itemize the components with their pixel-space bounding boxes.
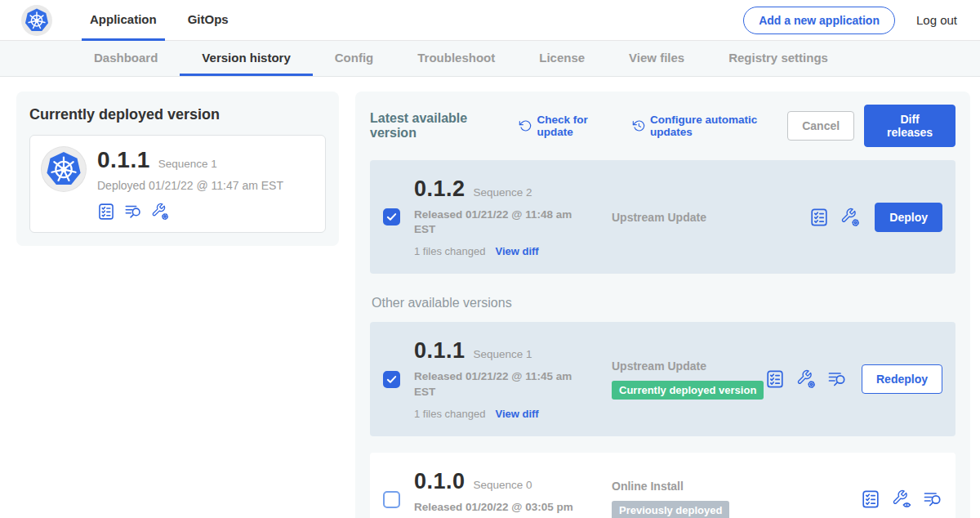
wrench-gear-icon[interactable]	[840, 208, 860, 227]
check-for-update-link[interactable]: Check for update	[519, 114, 617, 138]
released-timestamp: Released 01/21/22 @ 11:45 am EST	[414, 369, 577, 399]
top-nav: ApplicationGitOps Add a new application …	[0, 0, 980, 41]
source-label: Upstream Update	[612, 359, 765, 373]
wrench-gear-icon[interactable]	[151, 203, 169, 221]
sub-nav-tab-troubleshoot[interactable]: Troubleshoot	[395, 41, 517, 76]
sub-nav-tab-config[interactable]: Config	[313, 41, 395, 76]
logs-magnifier-icon[interactable]	[923, 489, 942, 509]
checklist-icon[interactable]	[97, 203, 115, 221]
sub-nav-tab-registry-settings[interactable]: Registry settings	[706, 41, 850, 76]
files-changed-line: 1 files changed View diff	[414, 245, 577, 257]
panel-header: Latest available version Check for updat…	[370, 105, 956, 147]
top-nav-tab-application[interactable]: Application	[82, 0, 165, 41]
kubernetes-logo	[46, 151, 82, 187]
deployed-action-icons	[97, 203, 283, 221]
currently-deployed-card: Currently deployed version 0.1.1 Sequenc…	[16, 92, 339, 246]
checklist-icon[interactable]	[861, 489, 880, 509]
latest-version-section: 0.1.2 Sequence 2 Released 01/21/22 @ 11:…	[370, 160, 956, 274]
deployed-card-title: Currently deployed version	[29, 106, 326, 123]
deployed-version-card: 0.1.1 Sequence 1 Deployed 01/21/22 @ 11:…	[29, 135, 326, 233]
version-actions: Redeploy	[765, 364, 942, 394]
check-for-update-label: Check for update	[537, 114, 617, 138]
cancel-button[interactable]: Cancel	[787, 111, 854, 141]
version-label: 0.1.1	[414, 338, 466, 364]
version-label: 0.1.0	[414, 469, 466, 494]
deployed-version-label: 0.1.1	[97, 147, 150, 173]
version-row: 0.1.0 Sequence 0 Released 01/20/22 @ 03:…	[370, 453, 956, 518]
version-checkbox[interactable]	[383, 371, 400, 388]
status-badge: Previously deployed	[612, 501, 729, 518]
version-info: 0.1.0 Sequence 0 Released 01/20/22 @ 03:…	[414, 469, 577, 518]
sequence-label: Sequence 1	[474, 348, 532, 360]
view-diff-link[interactable]: View diff	[495, 245, 538, 257]
version-source: Upstream Update Currently deployed versi…	[577, 359, 765, 400]
app-sub-nav: DashboardVersion historyConfigTroublesho…	[0, 41, 980, 77]
other-versions-title: Other available versions	[372, 296, 956, 310]
latest-available-title: Latest available version	[370, 111, 504, 141]
version-info: 0.1.2 Sequence 2 Released 01/21/22 @ 11:…	[414, 176, 577, 257]
version-row: 0.1.1 Sequence 1 Released 01/21/22 @ 11:…	[370, 322, 956, 435]
logs-magnifier-icon[interactable]	[827, 369, 847, 389]
sub-nav-tab-dashboard[interactable]: Dashboard	[72, 41, 180, 76]
configure-auto-updates-label: Configure automatic updates	[650, 114, 787, 138]
wrench-gear-icon[interactable]	[796, 369, 816, 389]
version-row: 0.1.2 Sequence 2 Released 01/21/22 @ 11:…	[370, 160, 956, 274]
kubernetes-logo	[24, 8, 49, 33]
sequence-label: Sequence 0	[474, 479, 532, 491]
version-label: 0.1.2	[414, 176, 466, 202]
diff-releases-button[interactable]: Diff releases	[864, 105, 956, 147]
version-checkbox[interactable]	[383, 491, 400, 508]
sub-nav-tab-view-files[interactable]: View files	[607, 41, 706, 76]
app-icon	[42, 147, 86, 191]
sub-nav-tab-version-history[interactable]: Version history	[180, 41, 312, 76]
version-checkbox[interactable]	[383, 208, 400, 226]
logout-link[interactable]: Log out	[916, 13, 957, 27]
source-label: Upstream Update	[612, 211, 809, 224]
deployed-timestamp: Deployed 01/21/22 @ 11:47 am EST	[97, 179, 283, 192]
wrench-eye-icon[interactable]	[892, 489, 911, 509]
add-application-button[interactable]: Add a new application	[743, 7, 895, 34]
refresh-icon	[519, 119, 532, 132]
files-changed-line: 1 files changed View diff	[414, 408, 577, 420]
released-timestamp: Released 01/21/22 @ 11:48 am EST	[414, 208, 577, 237]
other-versions-section: 0.1.1 Sequence 1 Released 01/21/22 @ 11:…	[370, 322, 956, 518]
version-source: Online Install Previously deployed	[577, 480, 861, 518]
released-timestamp: Released 01/20/22 @ 03:05 pm EST	[414, 500, 577, 518]
logs-magnifier-icon[interactable]	[124, 203, 142, 221]
clock-refresh-icon	[632, 119, 645, 132]
top-nav-tabs: ApplicationGitOps	[82, 0, 252, 41]
source-label: Online Install	[612, 480, 861, 493]
version-actions	[861, 489, 942, 509]
checklist-icon[interactable]	[809, 208, 829, 227]
files-changed-label: 1 files changed	[414, 408, 485, 420]
version-actions: Deploy	[809, 203, 942, 232]
view-diff-link[interactable]: View diff	[495, 408, 538, 420]
version-source: Upstream Update	[577, 211, 809, 224]
configure-auto-updates-link[interactable]: Configure automatic updates	[632, 114, 787, 138]
main-content: Currently deployed version 0.1.1 Sequenc…	[0, 77, 980, 518]
version-info: 0.1.1 Sequence 1 Released 01/21/22 @ 11:…	[414, 338, 577, 419]
deploy-button[interactable]: Deploy	[875, 203, 942, 232]
app-logo[interactable]	[21, 5, 52, 36]
version-history-panel: Latest available version Check for updat…	[355, 92, 970, 518]
top-nav-tab-gitops[interactable]: GitOps	[180, 0, 237, 41]
deployed-sequence-label: Sequence 1	[158, 158, 217, 170]
status-badge: Currently deployed version	[612, 381, 764, 400]
files-changed-label: 1 files changed	[414, 245, 485, 257]
sub-nav-tab-license[interactable]: License	[517, 41, 607, 76]
redeploy-button[interactable]: Redeploy	[862, 364, 942, 394]
sequence-label: Sequence 2	[474, 186, 532, 199]
checklist-icon[interactable]	[765, 369, 785, 389]
